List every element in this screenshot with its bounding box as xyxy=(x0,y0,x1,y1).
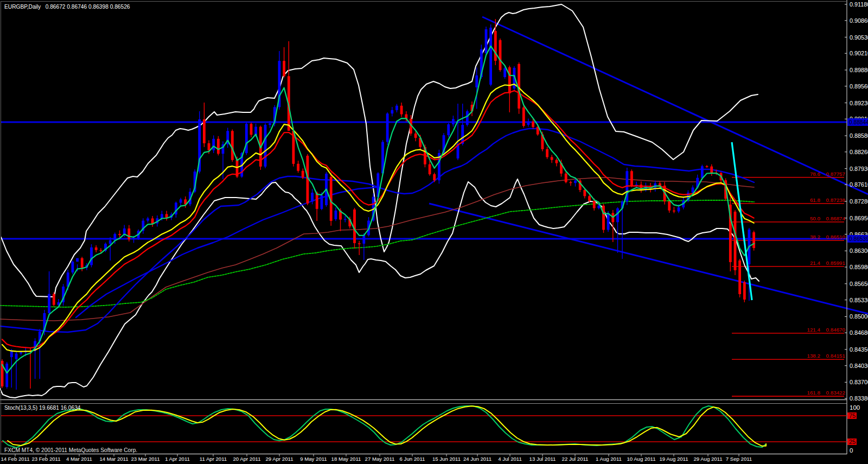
svg-text:14 Feb 2011: 14 Feb 2011 xyxy=(1,456,29,462)
svg-text:0.87238: 0.87238 xyxy=(826,197,846,203)
svg-text:18 May 2011: 18 May 2011 xyxy=(331,456,361,462)
svg-text:10 Aug 2011: 10 Aug 2011 xyxy=(627,456,655,462)
svg-text:27 May 2011: 27 May 2011 xyxy=(365,456,395,462)
svg-text:24 Jun 2011: 24 Jun 2011 xyxy=(463,456,492,462)
svg-text:7 Sep 2011: 7 Sep 2011 xyxy=(726,456,752,462)
svg-text:0.88580: 0.88580 xyxy=(850,132,868,139)
svg-text:0.87930: 0.87930 xyxy=(850,166,868,172)
svg-text:75: 75 xyxy=(849,412,856,419)
svg-text:1 Apr 2011: 1 Apr 2011 xyxy=(165,456,190,462)
svg-text:0.86510: 0.86510 xyxy=(826,234,846,240)
svg-text:0.84670: 0.84670 xyxy=(826,327,846,333)
svg-text:23 Feb 2011: 23 Feb 2011 xyxy=(31,456,60,462)
svg-text:0.87610: 0.87610 xyxy=(850,181,868,188)
svg-text:FXCM MT4, © 2001-2011 MetaQuot: FXCM MT4, © 2001-2011 MetaQuotes Softwar… xyxy=(4,447,137,453)
svg-text:9 May 2011: 9 May 2011 xyxy=(300,456,327,462)
svg-text:25: 25 xyxy=(849,438,856,445)
svg-text:21.4: 21.4 xyxy=(810,260,821,266)
svg-text:0.85650: 0.85650 xyxy=(850,281,868,287)
svg-text:Stoch(13,3,5) 19.6681 16.0634: Stoch(13,3,5) 19.6681 16.0634 xyxy=(4,405,81,411)
svg-text:0.88260: 0.88260 xyxy=(850,149,868,155)
svg-text:78.6: 78.6 xyxy=(810,171,821,177)
svg-text:100: 100 xyxy=(850,404,860,411)
svg-text:0.84030: 0.84030 xyxy=(850,363,868,369)
svg-text:4 Jul 2011: 4 Jul 2011 xyxy=(498,456,522,462)
svg-text:0: 0 xyxy=(850,447,853,454)
svg-text:0.84680: 0.84680 xyxy=(850,329,868,336)
svg-text:138.2: 138.2 xyxy=(807,353,820,359)
svg-text:0.83700: 0.83700 xyxy=(850,379,868,385)
svg-text:6 Jun 2011: 6 Jun 2011 xyxy=(400,456,425,462)
svg-text:0.86950: 0.86950 xyxy=(850,215,868,221)
svg-text:EURGBP,Daily 0.86672 0.86746: EURGBP,Daily 0.86672 0.86746 0.86398 0.8… xyxy=(4,4,130,10)
svg-text:0.85980: 0.85980 xyxy=(850,264,868,270)
svg-text:61.8: 61.8 xyxy=(810,197,821,203)
svg-text:0.86874: 0.86874 xyxy=(826,215,846,221)
svg-text:38.2: 38.2 xyxy=(810,234,820,240)
svg-text:0.87757: 0.87757 xyxy=(826,171,845,177)
svg-text:0.88844: 0.88844 xyxy=(849,119,868,125)
svg-text:4 Mar 2011: 4 Mar 2011 xyxy=(66,456,92,462)
svg-text:0.90210: 0.90210 xyxy=(850,50,868,56)
svg-text:15 Jun 2011: 15 Jun 2011 xyxy=(432,456,461,462)
svg-text:0.84350: 0.84350 xyxy=(850,346,868,353)
svg-text:0.90860: 0.90860 xyxy=(850,17,868,24)
svg-text:0.89560: 0.89560 xyxy=(850,83,868,90)
svg-text:0.83422: 0.83422 xyxy=(826,390,845,396)
svg-text:161.8: 161.8 xyxy=(807,390,820,396)
svg-text:29 Aug 2011: 29 Aug 2011 xyxy=(693,456,722,462)
svg-text:121.4: 121.4 xyxy=(807,327,820,333)
svg-text:14 Mar 2011: 14 Mar 2011 xyxy=(99,456,128,462)
svg-text:11 Apr 2011: 11 Apr 2011 xyxy=(200,456,227,462)
svg-text:0.87280: 0.87280 xyxy=(850,198,868,205)
svg-text:0.91180: 0.91180 xyxy=(850,1,868,8)
svg-text:0.83380: 0.83380 xyxy=(850,395,868,402)
svg-text:0.86300: 0.86300 xyxy=(850,247,868,254)
svg-text:19 Aug 2011: 19 Aug 2011 xyxy=(659,456,688,462)
svg-text:0.84151: 0.84151 xyxy=(826,353,845,359)
svg-text:0.85330: 0.85330 xyxy=(850,297,868,303)
svg-text:0.89880: 0.89880 xyxy=(850,67,868,73)
svg-text:0.85991: 0.85991 xyxy=(826,260,845,266)
svg-text:0.85000: 0.85000 xyxy=(850,313,868,320)
svg-text:0.90530: 0.90530 xyxy=(850,34,868,41)
svg-text:13 Jul 2011: 13 Jul 2011 xyxy=(529,456,556,462)
svg-text:0.86539: 0.86539 xyxy=(849,236,868,242)
svg-text:20 Apr 2011: 20 Apr 2011 xyxy=(233,456,260,462)
svg-text:1 Aug 2011: 1 Aug 2011 xyxy=(596,456,622,462)
svg-text:0.89230: 0.89230 xyxy=(850,100,868,106)
svg-text:50.0: 50.0 xyxy=(810,215,821,221)
svg-text:23 Mar 2011: 23 Mar 2011 xyxy=(131,456,159,462)
svg-text:22 Jul 2011: 22 Jul 2011 xyxy=(562,456,589,462)
svg-text:29 Apr 2011: 29 Apr 2011 xyxy=(265,456,293,462)
